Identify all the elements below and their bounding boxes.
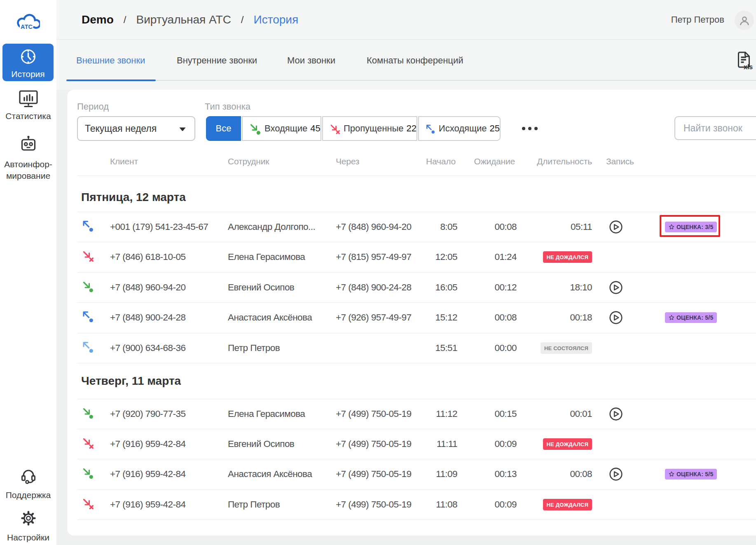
svg-text:АТС: АТС — [21, 23, 33, 30]
svg-text:xls: xls — [744, 63, 753, 70]
